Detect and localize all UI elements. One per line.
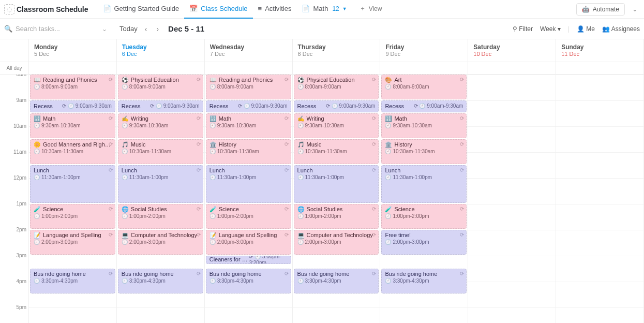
event-block[interactable]: Recess ⟳ 🕘 9:00am-9:30am (381, 100, 467, 112)
event-title: 📖Reading and Phonics (34, 77, 112, 84)
tab-activities[interactable]: ≡Activities (253, 0, 297, 19)
header-dropdown-caret[interactable]: ⌄ (630, 3, 640, 15)
add-view-button[interactable]: ＋ + View View (354, 0, 387, 19)
event-block[interactable]: ⟳ ✍️Writing 🕘9:30am-10:30am (118, 113, 203, 138)
day-column-tue[interactable]: ⟳ ⚽Physical Education 🕘8:00am-9:00am Rec… (117, 75, 205, 323)
toolbar: 🔍 ⌄ Today ‹ › Dec 5 - 11 ⚲ Filter Week ▾… (0, 19, 644, 39)
event-block[interactable]: Recess ⟳ 🕘 9:00am-9:30am (118, 100, 203, 112)
day-column-sun[interactable] (556, 75, 644, 323)
filter-button[interactable]: ⚲ Filter (513, 25, 533, 33)
today-button[interactable]: Today (119, 25, 138, 33)
event-block[interactable]: ⟳ Lunch 🕘11:30am-1:00pm (294, 165, 379, 203)
event-block[interactable]: ⟳ 📝Language and Spelling 🕘2:00pm-3:00pm (30, 230, 115, 255)
event-emoji-icon: 🧪 (209, 206, 217, 212)
day-column-thu[interactable]: ⟳ ⚽Physical Education 🕘8:00am-9:00am Rec… (293, 75, 381, 323)
day-header[interactable]: Thursday 8 Dec (293, 39, 381, 62)
event-block[interactable]: ⟳ Lunch 🕘11:30am-1:00pm (381, 165, 467, 203)
event-block[interactable]: ⟳ Lunch 🕘11:30am-1:00pm (30, 165, 115, 203)
event-block[interactable]: ⟳ ⚽Physical Education 🕘8:00am-9:00am (294, 75, 379, 99)
search-icon: 🔍 (4, 25, 12, 33)
event-block[interactable]: ⟳ 🔢Math 🕘9:30am-10:30am (381, 113, 467, 138)
hour-label: 2pm (17, 227, 26, 232)
event-block[interactable]: ⟳ Lunch 🕘11:30am-1:00pm (118, 165, 203, 203)
day-header[interactable]: Saturday 10 Dec (468, 39, 556, 62)
search-input[interactable] (16, 25, 95, 33)
event-title: Lunch (385, 167, 463, 174)
event-block[interactable]: ⟳ Bus ride going home 🕘3:30pm-4:30pm (30, 269, 115, 293)
event-block[interactable]: ⟳ 🏛️History 🕘10:30am-11:30am (381, 139, 467, 164)
event-time: 🕘11:30am-1:00pm (34, 174, 112, 181)
event-block[interactable]: ⟳ 🌐Social Studies 🕘1:00pm-2:00pm (294, 204, 379, 229)
allday-cell[interactable] (205, 62, 293, 74)
time-grid: 8am9am10am11am12pm1pm2pm3pm4pm5pm ⟳ 📖Rea… (0, 75, 644, 323)
event-title: Bus ride going home (34, 271, 112, 278)
event-block[interactable]: ⟳ 🌐Social Studies 🕘1:00pm-2:00pm (118, 204, 203, 229)
hour-label: 1pm (17, 201, 26, 207)
clock-icon: 🕘 (297, 174, 304, 181)
day-header[interactable]: Friday 9 Dec (380, 39, 468, 62)
event-emoji-icon: 🌐 (297, 206, 305, 212)
day-column-wed[interactable]: ⟳ 📖Reading and Phonics 🕘8:00am-9:00am Re… (205, 75, 293, 323)
allday-cell[interactable] (293, 62, 381, 74)
view-mode-dropdown[interactable]: Week ▾ (540, 25, 561, 33)
event-block[interactable]: ⟳ ✍️Writing 🕘9:30am-10:30am (294, 113, 379, 138)
tab-label: Math (313, 5, 328, 12)
event-block[interactable]: ⟳ 🎵Music 🕘10:30am-11:30am (294, 139, 379, 164)
tab-class-schedule[interactable]: 📅Class Schedule (184, 0, 252, 19)
event-block[interactable]: Cleaners for the day ⟳ 🕘 3:00pm-3:20pm (206, 256, 291, 264)
event-emoji-icon: 🌼 (34, 141, 41, 148)
event-block[interactable]: ⟳ ⚽Physical Education 🕘8:00am-9:00am (118, 75, 203, 99)
event-block[interactable]: ⟳ 🔢Math 🕘9:30am-10:30am (30, 113, 115, 138)
next-week-button[interactable]: › (154, 23, 161, 35)
allday-label: All day (0, 62, 29, 74)
assignees-button[interactable]: 👥 Assignees (602, 25, 640, 33)
allday-cell[interactable] (380, 62, 468, 74)
day-header[interactable]: Wednesday 7 Dec (205, 39, 293, 62)
event-block[interactable]: ⟳ Free time! 🕘2:00pm-3:00pm (381, 230, 467, 255)
event-block[interactable]: Recess ⟳ 🕘 9:00am-9:30am (206, 100, 291, 112)
hour-label: 12pm (13, 175, 26, 181)
space-icon[interactable]: ◌ (4, 4, 14, 14)
day-column-fri[interactable]: ⟳ 🎨Art 🕘8:00am-9:00am Recess ⟳ 🕘 9:00am-… (380, 75, 468, 323)
me-button[interactable]: 👤 Me (577, 25, 595, 33)
tab-getting-started-guide[interactable]: 📄Getting Started Guide (98, 0, 185, 19)
event-block[interactable]: ⟳ 🧪Science 🕘1:00pm-2:00pm (206, 204, 291, 229)
event-block[interactable]: ⟳ 🧪Science 🕘1:00pm-2:00pm (381, 204, 467, 229)
allday-cell[interactable] (556, 62, 644, 74)
hour-gridline (468, 230, 556, 230)
allday-cell[interactable] (29, 62, 117, 74)
event-block[interactable]: ⟳ 🌼Good Manners and Right Conduct 🕘10:30… (30, 139, 115, 164)
tab-math[interactable]: 📄Math12▼ (296, 0, 352, 19)
event-block[interactable]: ⟳ 📖Reading and Phonics 🕘8:00am-9:00am (206, 75, 291, 99)
date-label: 8 Dec (298, 51, 375, 57)
event-block[interactable]: ⟳ Bus ride going home 🕘3:30pm-4:30pm (206, 269, 291, 293)
event-block[interactable]: ⟳ 🏛️History 🕘10:30am-11:30am (206, 139, 291, 164)
event-block[interactable]: Recess ⟳ 🕘 9:00am-9:30am (294, 100, 379, 112)
day-column-mon[interactable]: ⟳ 📖Reading and Phonics 🕘8:00am-9:00am Re… (29, 75, 117, 323)
event-block[interactable]: ⟳ 💻Computer and Technology 🕘2:00pm-3:00p… (294, 230, 379, 255)
event-block[interactable]: ⟳ Bus ride going home 🕘3:30pm-4:30pm (381, 269, 467, 293)
event-block[interactable]: ⟳ 🎨Art 🕘8:00am-9:00am (381, 75, 467, 99)
event-time: 🕘3:30pm-4:30pm (209, 278, 288, 285)
event-block[interactable]: ⟳ Bus ride going home 🕘3:30pm-4:30pm (294, 269, 379, 293)
event-block[interactable]: ⟳ 💻Computer and Technology 🕘2:00pm-3:00p… (118, 230, 203, 255)
event-block[interactable]: ⟳ 🔢Math 🕘9:30am-10:30am (206, 113, 291, 138)
event-block[interactable]: Recess ⟳ 🕘 9:00am-9:30am (30, 100, 115, 112)
day-column-sat[interactable] (468, 75, 556, 323)
hour-gridline (293, 256, 380, 256)
day-header[interactable]: Monday 5 Dec (29, 39, 117, 62)
event-block[interactable]: ⟳ 📖Reading and Phonics 🕘8:00am-9:00am (30, 75, 115, 99)
event-block[interactable]: ⟳ 🎵Music 🕘10:30am-11:30am (118, 139, 203, 164)
allday-cell[interactable] (468, 62, 556, 74)
event-block[interactable]: ⟳ 🧪Science 🕘1:00pm-2:00pm (30, 204, 115, 229)
event-time: 🕘8:00am-9:00am (122, 84, 200, 91)
event-block[interactable]: ⟳ 📝Language and Spelling 🕘2:00pm-3:00pm (206, 230, 291, 255)
day-header[interactable]: Sunday 11 Dec (556, 39, 644, 62)
event-block[interactable]: ⟳ Lunch 🕘11:30am-1:00pm (206, 165, 291, 203)
prev-week-button[interactable]: ‹ (143, 23, 149, 35)
search-dropdown-caret[interactable]: ⌄ (100, 25, 109, 33)
event-block[interactable]: ⟳ Bus ride going home 🕘3:30pm-4:30pm (118, 269, 203, 293)
automate-button[interactable]: 🤖 Automate (576, 3, 625, 16)
allday-cell[interactable] (117, 62, 205, 74)
day-header[interactable]: Tuesday 6 Dec (117, 39, 205, 62)
